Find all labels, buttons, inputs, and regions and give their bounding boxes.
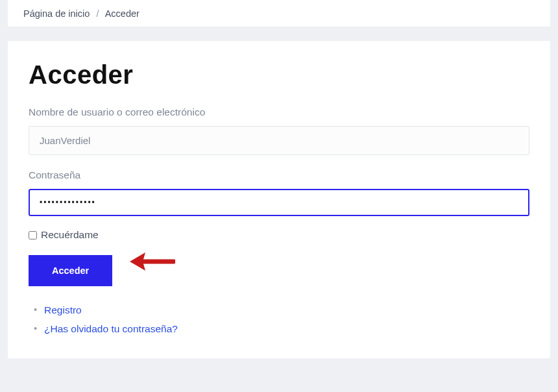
username-input[interactable] — [29, 126, 529, 155]
remember-label: Recuérdame — [41, 229, 99, 241]
breadcrumb-current: Acceder — [105, 8, 140, 19]
forgot-password-link[interactable]: ¿Has olvidado tu contraseña? — [44, 323, 178, 334]
breadcrumb: Página de inicio / Acceder — [8, 0, 550, 27]
password-input[interactable] — [29, 189, 529, 216]
arrow-red-icon — [128, 251, 175, 273]
password-label: Contraseña — [29, 169, 529, 181]
list-item: ¿Has olvidado tu contraseña? — [44, 319, 529, 338]
register-link[interactable]: Registro — [44, 304, 82, 315]
login-button[interactable]: Acceder — [29, 255, 112, 286]
list-item: Registro — [44, 300, 529, 319]
remember-row: Recuérdame — [29, 229, 529, 241]
username-label: Nombre de usuario o correo electrónico — [29, 106, 529, 118]
page-title: Acceder — [29, 60, 529, 90]
remember-checkbox[interactable] — [29, 231, 37, 239]
auth-links-list: Registro ¿Has olvidado tu contraseña? — [29, 300, 529, 339]
login-card: Acceder Nombre de usuario o correo elect… — [8, 41, 550, 358]
breadcrumb-separator: / — [96, 8, 99, 19]
breadcrumb-home-link[interactable]: Página de inicio — [23, 8, 90, 19]
